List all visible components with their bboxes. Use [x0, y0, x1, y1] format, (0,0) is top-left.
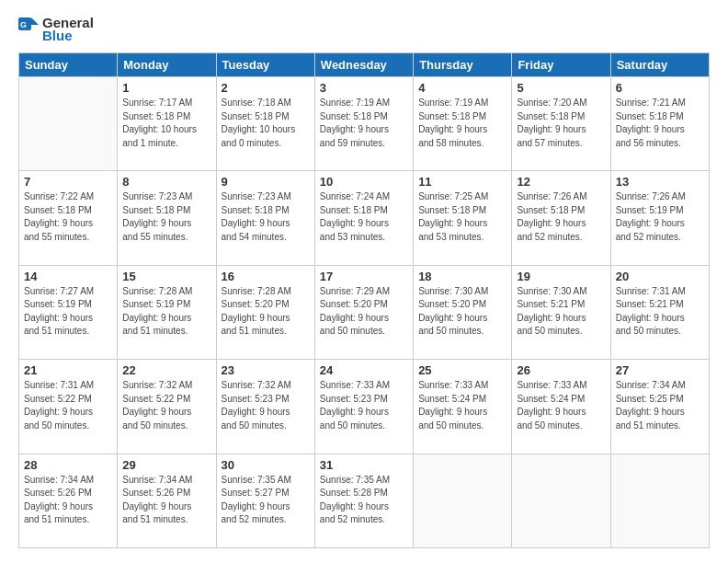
- logo-emblem-icon: G: [18, 17, 39, 38]
- calendar-cell: 19Sunrise: 7:30 AM Sunset: 5:21 PM Dayli…: [512, 265, 610, 359]
- calendar-cell: [19, 77, 118, 171]
- day-info: Sunrise: 7:34 AM Sunset: 5:25 PM Dayligh…: [616, 379, 704, 432]
- day-info: Sunrise: 7:19 AM Sunset: 5:18 PM Dayligh…: [320, 97, 408, 150]
- day-number: 27: [616, 363, 704, 377]
- day-number: 3: [320, 81, 408, 95]
- day-number: 16: [222, 270, 310, 283]
- day-number: 23: [222, 363, 310, 377]
- day-info: Sunrise: 7:28 AM Sunset: 5:19 PM Dayligh…: [122, 285, 210, 339]
- day-number: 10: [320, 175, 408, 189]
- calendar-cell: 25Sunrise: 7:33 AM Sunset: 5:24 PM Dayli…: [414, 360, 512, 454]
- calendar-table: SundayMondayTuesdayWednesdayThursdayFrid…: [18, 52, 710, 548]
- calendar-cell: 31Sunrise: 7:35 AM Sunset: 5:28 PM Dayli…: [314, 454, 413, 547]
- day-number: 9: [222, 175, 310, 189]
- logo: G General Blue: [18, 15, 94, 43]
- calendar-cell: 23Sunrise: 7:32 AM Sunset: 5:23 PM Dayli…: [216, 360, 314, 454]
- calendar-cell: [512, 454, 610, 547]
- day-info: Sunrise: 7:32 AM Sunset: 5:23 PM Dayligh…: [222, 379, 310, 432]
- svg-marker-1: [31, 17, 39, 25]
- calendar-cell: 27Sunrise: 7:34 AM Sunset: 5:25 PM Dayli…: [610, 360, 709, 454]
- calendar-cell: 4Sunrise: 7:19 AM Sunset: 5:18 PM Daylig…: [414, 77, 512, 171]
- day-number: 24: [320, 363, 408, 377]
- day-info: Sunrise: 7:29 AM Sunset: 5:20 PM Dayligh…: [320, 285, 408, 339]
- day-info: Sunrise: 7:30 AM Sunset: 5:21 PM Dayligh…: [517, 285, 605, 339]
- calendar-cell: 8Sunrise: 7:23 AM Sunset: 5:18 PM Daylig…: [118, 171, 216, 265]
- day-info: Sunrise: 7:33 AM Sunset: 5:24 PM Dayligh…: [418, 379, 506, 432]
- day-number: 30: [222, 458, 310, 472]
- calendar-cell: 6Sunrise: 7:21 AM Sunset: 5:18 PM Daylig…: [610, 77, 709, 171]
- calendar-cell: 30Sunrise: 7:35 AM Sunset: 5:27 PM Dayli…: [216, 454, 314, 547]
- calendar-cell: 10Sunrise: 7:24 AM Sunset: 5:18 PM Dayli…: [314, 171, 413, 265]
- page: G General Blue SundayMondayTuesdayWednes…: [0, 0, 728, 563]
- day-info: Sunrise: 7:35 AM Sunset: 5:28 PM Dayligh…: [320, 474, 408, 527]
- day-number: 17: [320, 270, 408, 283]
- calendar-cell: 24Sunrise: 7:33 AM Sunset: 5:23 PM Dayli…: [314, 360, 413, 454]
- calendar-cell: 17Sunrise: 7:29 AM Sunset: 5:20 PM Dayli…: [314, 265, 413, 359]
- day-info: Sunrise: 7:33 AM Sunset: 5:23 PM Dayligh…: [320, 379, 408, 432]
- calendar-cell: [610, 454, 709, 547]
- day-number: 11: [418, 175, 506, 189]
- day-info: Sunrise: 7:34 AM Sunset: 5:26 PM Dayligh…: [122, 474, 210, 527]
- day-number: 21: [24, 363, 112, 377]
- calendar-cell: 7Sunrise: 7:22 AM Sunset: 5:18 PM Daylig…: [19, 171, 118, 265]
- weekday-header-wednesday: Wednesday: [314, 53, 413, 77]
- calendar-cell: 1Sunrise: 7:17 AM Sunset: 5:18 PM Daylig…: [118, 77, 216, 171]
- day-number: 29: [122, 458, 210, 472]
- day-info: Sunrise: 7:32 AM Sunset: 5:22 PM Dayligh…: [122, 379, 210, 432]
- day-info: Sunrise: 7:21 AM Sunset: 5:18 PM Dayligh…: [616, 97, 704, 150]
- calendar-cell: 15Sunrise: 7:28 AM Sunset: 5:19 PM Dayli…: [118, 265, 216, 359]
- weekday-header-row: SundayMondayTuesdayWednesdayThursdayFrid…: [19, 53, 710, 77]
- calendar-cell: 12Sunrise: 7:26 AM Sunset: 5:18 PM Dayli…: [512, 171, 610, 265]
- day-info: Sunrise: 7:22 AM Sunset: 5:18 PM Dayligh…: [24, 190, 112, 244]
- day-number: 15: [122, 270, 210, 283]
- calendar-cell: 14Sunrise: 7:27 AM Sunset: 5:19 PM Dayli…: [19, 265, 118, 359]
- day-number: 22: [122, 363, 210, 377]
- day-info: Sunrise: 7:23 AM Sunset: 5:18 PM Dayligh…: [122, 190, 210, 244]
- calendar-week-row-5: 28Sunrise: 7:34 AM Sunset: 5:26 PM Dayli…: [19, 454, 710, 547]
- day-info: Sunrise: 7:24 AM Sunset: 5:18 PM Dayligh…: [320, 190, 408, 244]
- calendar-cell: 26Sunrise: 7:33 AM Sunset: 5:24 PM Dayli…: [512, 360, 610, 454]
- day-number: 25: [418, 363, 506, 377]
- weekday-header-saturday: Saturday: [610, 53, 709, 77]
- day-number: 19: [517, 270, 605, 283]
- weekday-header-friday: Friday: [512, 53, 610, 77]
- day-info: Sunrise: 7:31 AM Sunset: 5:22 PM Dayligh…: [24, 379, 112, 432]
- calendar-cell: 18Sunrise: 7:30 AM Sunset: 5:20 PM Dayli…: [414, 265, 512, 359]
- day-number: 13: [616, 175, 704, 189]
- day-number: 7: [24, 175, 112, 189]
- day-info: Sunrise: 7:34 AM Sunset: 5:26 PM Dayligh…: [24, 474, 112, 527]
- calendar-week-row-2: 7Sunrise: 7:22 AM Sunset: 5:18 PM Daylig…: [19, 171, 710, 265]
- day-number: 6: [616, 81, 704, 95]
- day-number: 12: [517, 175, 605, 189]
- calendar-cell: 9Sunrise: 7:23 AM Sunset: 5:18 PM Daylig…: [216, 171, 314, 265]
- day-info: Sunrise: 7:28 AM Sunset: 5:20 PM Dayligh…: [222, 285, 310, 339]
- day-info: Sunrise: 7:30 AM Sunset: 5:20 PM Dayligh…: [418, 285, 506, 339]
- calendar-cell: 28Sunrise: 7:34 AM Sunset: 5:26 PM Dayli…: [19, 454, 118, 547]
- day-info: Sunrise: 7:20 AM Sunset: 5:18 PM Dayligh…: [517, 97, 605, 150]
- weekday-header-thursday: Thursday: [414, 53, 512, 77]
- day-info: Sunrise: 7:18 AM Sunset: 5:18 PM Dayligh…: [222, 97, 310, 150]
- day-info: Sunrise: 7:25 AM Sunset: 5:18 PM Dayligh…: [418, 190, 506, 244]
- calendar-cell: [414, 454, 512, 547]
- day-number: 18: [418, 270, 506, 283]
- calendar-cell: 20Sunrise: 7:31 AM Sunset: 5:21 PM Dayli…: [610, 265, 709, 359]
- day-info: Sunrise: 7:26 AM Sunset: 5:19 PM Dayligh…: [616, 190, 704, 244]
- day-number: 14: [24, 270, 112, 283]
- calendar-cell: 5Sunrise: 7:20 AM Sunset: 5:18 PM Daylig…: [512, 77, 610, 171]
- day-info: Sunrise: 7:31 AM Sunset: 5:21 PM Dayligh…: [616, 285, 704, 339]
- day-info: Sunrise: 7:26 AM Sunset: 5:18 PM Dayligh…: [517, 190, 605, 244]
- day-number: 8: [122, 175, 210, 189]
- day-number: 20: [616, 270, 704, 283]
- weekday-header-tuesday: Tuesday: [216, 53, 314, 77]
- calendar-cell: 3Sunrise: 7:19 AM Sunset: 5:18 PM Daylig…: [314, 77, 413, 171]
- weekday-header-sunday: Sunday: [19, 53, 118, 77]
- day-number: 26: [517, 363, 605, 377]
- day-info: Sunrise: 7:35 AM Sunset: 5:27 PM Dayligh…: [222, 474, 310, 527]
- svg-text:G: G: [20, 20, 27, 29]
- calendar-week-row-4: 21Sunrise: 7:31 AM Sunset: 5:22 PM Dayli…: [19, 360, 710, 454]
- weekday-header-monday: Monday: [118, 53, 216, 77]
- calendar-cell: 22Sunrise: 7:32 AM Sunset: 5:22 PM Dayli…: [118, 360, 216, 454]
- calendar-cell: 29Sunrise: 7:34 AM Sunset: 5:26 PM Dayli…: [118, 454, 216, 547]
- day-number: 2: [222, 81, 310, 95]
- calendar-week-row-1: 1Sunrise: 7:17 AM Sunset: 5:18 PM Daylig…: [19, 77, 710, 171]
